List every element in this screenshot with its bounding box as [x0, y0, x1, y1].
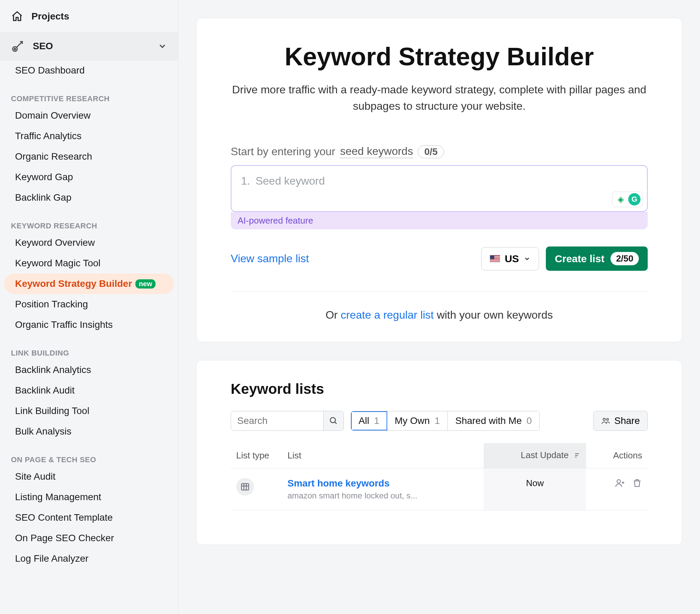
main-content: Keyword Strategy Builder Drive more traf…	[178, 0, 700, 614]
sidebar-item-keyword-overview[interactable]: Keyword Overview	[4, 232, 174, 253]
chevron-down-icon	[158, 41, 167, 51]
target-key-icon	[11, 39, 25, 53]
tab-count: 1	[435, 415, 440, 426]
tab-label: My Own	[395, 415, 430, 426]
trash-icon	[632, 478, 642, 488]
projects-nav[interactable]: Projects	[0, 3, 178, 29]
col-list[interactable]: List	[282, 443, 484, 468]
table-row[interactable]: Smart home keywords amazon smart home lo…	[231, 468, 648, 510]
seed-placeholder: Seed keyword	[256, 175, 325, 187]
country-selector[interactable]: US	[481, 247, 539, 270]
lightbulb-icon: ◈	[614, 193, 627, 206]
seed-prompt-link[interactable]: seed keywords	[340, 145, 413, 158]
seed-prompt-prefix: Start by entering your	[231, 145, 335, 158]
list-title[interactable]: Smart home keywords	[287, 478, 478, 489]
projects-label: Projects	[32, 11, 70, 22]
sidebar-heading-link-building: LINK BUILDING	[0, 335, 178, 360]
sidebar-item-domain-overview[interactable]: Domain Overview	[4, 105, 174, 126]
seo-section-toggle[interactable]: SEO	[0, 32, 178, 60]
keyword-lists-card: Keyword lists All 1 My Own 1	[196, 360, 682, 545]
grammarly-icon: G	[628, 193, 640, 206]
sort-desc-icon	[574, 451, 581, 461]
view-sample-link[interactable]: View sample list	[231, 252, 309, 265]
sidebar-item-label: Keyword Strategy Builder	[15, 278, 132, 289]
or-suffix: with your own keywords	[434, 309, 553, 321]
share-button[interactable]: Share	[593, 411, 648, 431]
create-list-count: 2/50	[611, 252, 639, 265]
sidebar-item-bulk-analysis[interactable]: Bulk Analysis	[4, 421, 174, 442]
page-subtitle: Drive more traffic with a ready-made key…	[231, 81, 648, 114]
seed-input-box[interactable]: 1. Seed keyword ◈ G	[231, 165, 648, 212]
sidebar-item-backlink-audit[interactable]: Backlink Audit	[4, 380, 174, 401]
add-user-icon	[615, 478, 625, 488]
keyword-lists-table: List type List Last Update Actions	[231, 443, 648, 511]
sidebar-item-listing-management[interactable]: Listing Management	[4, 487, 174, 507]
tab-shared-with-me[interactable]: Shared with Me 0	[448, 411, 539, 430]
sidebar-item-traffic-analytics[interactable]: Traffic Analytics	[4, 126, 174, 146]
grammarly-widget[interactable]: ◈ G	[612, 192, 643, 207]
col-last-update-label: Last Update	[521, 450, 569, 460]
col-last-update[interactable]: Last Update	[484, 443, 586, 468]
list-type-icon	[236, 478, 254, 496]
sidebar-item-position-tracking[interactable]: Position Tracking	[4, 294, 174, 315]
sidebar-heading-onpage-tech-seo: ON PAGE & TECH SEO	[0, 442, 178, 466]
sidebar-item-keyword-magic-tool[interactable]: Keyword Magic Tool	[4, 253, 174, 273]
sidebar-item-organic-research[interactable]: Organic Research	[4, 146, 174, 167]
tab-label: Shared with Me	[455, 415, 522, 426]
sidebar-item-seo-content-template[interactable]: SEO Content Template	[4, 507, 174, 528]
sidebar-item-link-building-tool[interactable]: Link Building Tool	[4, 401, 174, 421]
tab-all[interactable]: All 1	[351, 411, 387, 430]
us-flag-icon	[490, 255, 500, 262]
search-button[interactable]	[323, 411, 343, 430]
sidebar-item-keyword-gap[interactable]: Keyword Gap	[4, 167, 174, 187]
tab-count: 1	[374, 415, 379, 426]
create-list-label: Create list	[555, 253, 604, 265]
sidebar-item-keyword-strategy-builder[interactable]: Keyword Strategy Builder new	[4, 273, 174, 294]
lists-tabs: All 1 My Own 1 Shared with Me 0	[351, 411, 540, 431]
tab-my-own[interactable]: My Own 1	[387, 411, 448, 430]
svg-point-3	[603, 418, 606, 420]
builder-card: Keyword Strategy Builder Drive more traf…	[196, 18, 682, 342]
seo-label: SEO	[33, 41, 53, 52]
sidebar-item-backlink-analytics[interactable]: Backlink Analytics	[4, 360, 174, 380]
tab-count: 0	[527, 415, 532, 426]
last-update-cell: Now	[484, 468, 586, 510]
chevron-down-icon	[524, 255, 530, 262]
add-user-button[interactable]	[615, 478, 625, 491]
svg-point-4	[607, 418, 609, 420]
seed-count-pill: 0/5	[418, 145, 444, 158]
svg-rect-5	[242, 483, 249, 490]
col-list-type[interactable]: List type	[231, 443, 282, 468]
seed-index: 1.	[241, 175, 250, 187]
share-label: Share	[614, 415, 640, 426]
tab-label: All	[359, 415, 369, 426]
sidebar-heading-keyword-research: KEYWORD RESEARCH	[0, 208, 178, 232]
sidebar-item-backlink-gap[interactable]: Backlink Gap	[4, 187, 174, 208]
list-subtitle: amazon smart home locked out, s...	[287, 491, 478, 501]
lists-search[interactable]	[231, 411, 344, 431]
sidebar: Projects SEO SEO Dashboard COMPETITIVE R…	[0, 0, 178, 614]
country-code: US	[505, 253, 519, 265]
sidebar-item-log-file-analyzer[interactable]: Log File Analyzer	[4, 548, 174, 569]
new-badge: new	[135, 279, 155, 288]
sidebar-item-seo-dashboard[interactable]: SEO Dashboard	[4, 60, 174, 81]
svg-point-6	[617, 480, 620, 483]
delete-button[interactable]	[632, 478, 642, 491]
svg-point-2	[330, 417, 335, 422]
lists-toolbar: All 1 My Own 1 Shared with Me 0 Share	[231, 411, 648, 431]
sidebar-item-organic-traffic-insights[interactable]: Organic Traffic Insights	[4, 315, 174, 335]
search-icon	[329, 416, 338, 425]
sidebar-item-on-page-seo-checker[interactable]: On Page SEO Checker	[4, 528, 174, 548]
col-actions: Actions	[586, 443, 648, 468]
create-list-button[interactable]: Create list 2/50	[546, 246, 648, 271]
people-icon	[601, 416, 610, 425]
or-prefix: Or	[325, 309, 340, 321]
home-icon	[11, 10, 23, 23]
or-line: Or create a regular list with your own k…	[231, 309, 648, 321]
keyword-lists-heading: Keyword lists	[231, 381, 648, 397]
create-regular-list-link[interactable]: create a regular list	[341, 309, 434, 321]
sidebar-item-site-audit[interactable]: Site Audit	[4, 466, 174, 487]
table-icon	[240, 482, 250, 492]
lists-search-input[interactable]	[231, 411, 323, 430]
seed-prompt: Start by entering your seed keywords 0/5	[231, 145, 648, 158]
